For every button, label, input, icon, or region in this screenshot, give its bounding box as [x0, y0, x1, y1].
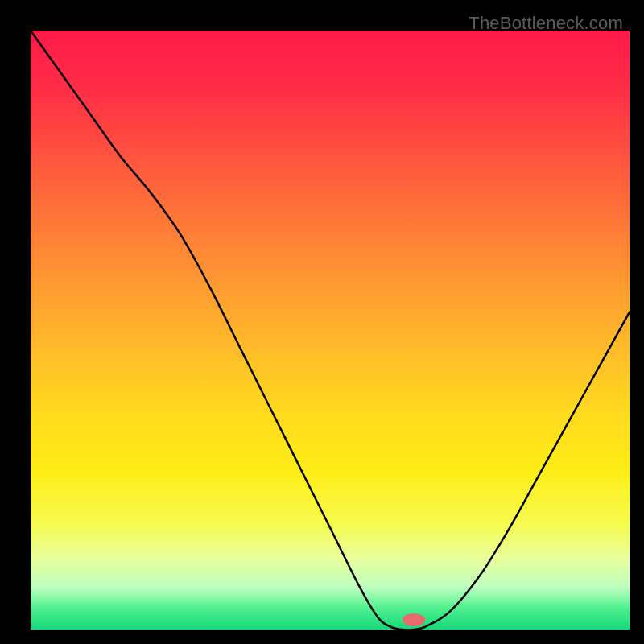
watermark-text: TheBottleneck.com	[469, 13, 623, 34]
chart-frame: TheBottleneck.com	[8, 8, 636, 636]
plot-area	[31, 31, 630, 630]
optimal-point-marker	[402, 613, 425, 626]
chart-svg	[31, 31, 630, 630]
gradient-background	[31, 31, 630, 630]
